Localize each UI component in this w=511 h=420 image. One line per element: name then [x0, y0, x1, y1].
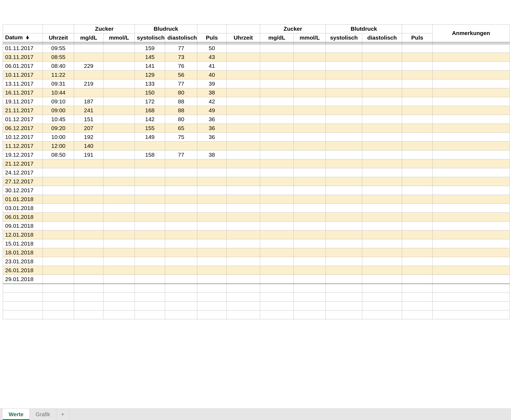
cell-dia2[interactable] [362, 124, 402, 133]
header-systolisch-1[interactable]: systolisch [135, 33, 165, 42]
cell-mgdl2[interactable] [260, 71, 294, 79]
cell-puls2[interactable] [402, 44, 433, 53]
cell-sys2[interactable] [326, 204, 362, 213]
cell-puls2[interactable] [402, 266, 433, 275]
cell-puls2[interactable] [402, 106, 433, 115]
cell-uhrzeit1[interactable]: 10:44 [43, 88, 74, 97]
cell-uhrzeit2[interactable] [227, 79, 260, 88]
cell-mgdl2[interactable] [260, 230, 294, 239]
cell-sys2[interactable] [326, 106, 362, 115]
empty-cell[interactable] [326, 302, 362, 310]
cell-sys1[interactable]: 159 [135, 44, 165, 53]
cell-sys2[interactable] [326, 239, 362, 248]
cell-puls2[interactable] [402, 177, 433, 186]
cell-puls2[interactable] [402, 257, 433, 266]
cell-dia2[interactable] [362, 97, 402, 106]
cell-mgdl1[interactable]: 207 [74, 124, 103, 133]
cell-sys1[interactable]: 145 [135, 53, 165, 62]
cell-uhrzeit1[interactable]: 08:50 [43, 150, 74, 159]
cell-puls1[interactable] [197, 159, 227, 168]
cell-dia2[interactable] [362, 168, 402, 177]
cell-uhrzeit2[interactable] [227, 248, 260, 257]
header-diastolisch-2[interactable]: diastolisch [362, 33, 402, 42]
cell-uhrzeit1[interactable] [43, 266, 74, 275]
empty-cell[interactable] [3, 302, 43, 310]
cell-sys1[interactable] [135, 257, 165, 266]
cell-dia1[interactable]: 56 [165, 71, 197, 79]
cell-puls1[interactable] [197, 204, 227, 213]
cell-dia2[interactable] [362, 88, 402, 97]
empty-cell[interactable] [3, 310, 43, 319]
cell-datum[interactable]: 01.01.2018 [3, 195, 43, 204]
cell-datum[interactable]: 06.01.2017 [3, 62, 43, 71]
cell-mgdl1[interactable] [74, 195, 103, 204]
cell-mgdl1[interactable] [74, 230, 103, 239]
empty-cell[interactable] [135, 293, 165, 302]
cell-sys2[interactable] [326, 53, 362, 62]
empty-cell[interactable] [103, 284, 135, 293]
cell-anm[interactable] [433, 275, 510, 284]
empty-cell[interactable] [103, 293, 135, 302]
cell-mmoll1[interactable] [103, 124, 135, 133]
cell-sys1[interactable] [135, 266, 165, 275]
cell-mgdl2[interactable] [260, 79, 294, 88]
cell-puls2[interactable] [402, 248, 433, 257]
cell-mgdl1[interactable]: 187 [74, 97, 103, 106]
empty-cell[interactable] [294, 310, 326, 319]
cell-puls2[interactable] [402, 230, 433, 239]
cell-sys2[interactable] [326, 71, 362, 79]
cell-dia1[interactable] [165, 266, 197, 275]
cell-dia2[interactable] [362, 257, 402, 266]
cell-uhrzeit2[interactable] [227, 44, 260, 53]
cell-mgdl1[interactable] [74, 275, 103, 284]
cell-dia2[interactable] [362, 62, 402, 71]
cell-mgdl1[interactable] [74, 71, 103, 79]
cell-sys1[interactable] [135, 222, 165, 230]
cell-sys1[interactable] [135, 168, 165, 177]
cell-puls1[interactable] [197, 186, 227, 195]
cell-mmoll2[interactable] [294, 248, 326, 257]
cell-uhrzeit1[interactable]: 09:55 [43, 44, 74, 53]
cell-dia1[interactable]: 80 [165, 88, 197, 97]
cell-sys2[interactable] [326, 222, 362, 230]
empty-cell[interactable] [433, 284, 510, 293]
empty-cell[interactable] [326, 284, 362, 293]
cell-dia1[interactable] [165, 204, 197, 213]
cell-datum[interactable]: 24.12.2017 [3, 168, 43, 177]
cell-dia1[interactable] [165, 222, 197, 230]
empty-cell[interactable] [43, 310, 74, 319]
cell-puls1[interactable]: 36 [197, 115, 227, 124]
cell-dia2[interactable] [362, 230, 402, 239]
cell-mgdl2[interactable] [260, 124, 294, 133]
add-sheet-button[interactable]: + [56, 409, 70, 420]
header-puls-2[interactable]: Puls [402, 33, 433, 42]
cell-mgdl1[interactable] [74, 213, 103, 222]
empty-cell[interactable] [326, 310, 362, 319]
sheet-tab-grafik[interactable]: Grafik [30, 409, 56, 420]
cell-dia2[interactable] [362, 79, 402, 88]
cell-mmoll2[interactable] [294, 159, 326, 168]
cell-anm[interactable] [433, 97, 510, 106]
cell-mmoll1[interactable] [103, 230, 135, 239]
cell-uhrzeit2[interactable] [227, 62, 260, 71]
cell-mmoll1[interactable] [103, 159, 135, 168]
cell-puls2[interactable] [402, 115, 433, 124]
cell-mgdl1[interactable]: 219 [74, 79, 103, 88]
cell-dia1[interactable] [165, 230, 197, 239]
cell-mgdl2[interactable] [260, 248, 294, 257]
cell-mgdl1[interactable] [74, 53, 103, 62]
cell-mgdl2[interactable] [260, 53, 294, 62]
cell-puls1[interactable]: 36 [197, 133, 227, 142]
cell-sys2[interactable] [326, 177, 362, 186]
cell-mmoll1[interactable] [103, 266, 135, 275]
cell-mgdl1[interactable] [74, 186, 103, 195]
cell-mmoll2[interactable] [294, 88, 326, 97]
cell-mgdl1[interactable]: 191 [74, 150, 103, 159]
cell-datum[interactable]: 23.01.2018 [3, 257, 43, 266]
empty-cell[interactable] [402, 284, 433, 293]
empty-cell[interactable] [326, 293, 362, 302]
cell-uhrzeit2[interactable] [227, 97, 260, 106]
cell-dia1[interactable] [165, 195, 197, 204]
cell-uhrzeit1[interactable]: 08:40 [43, 62, 74, 71]
header-uhrzeit-2[interactable]: Uhrzeit [227, 33, 260, 42]
